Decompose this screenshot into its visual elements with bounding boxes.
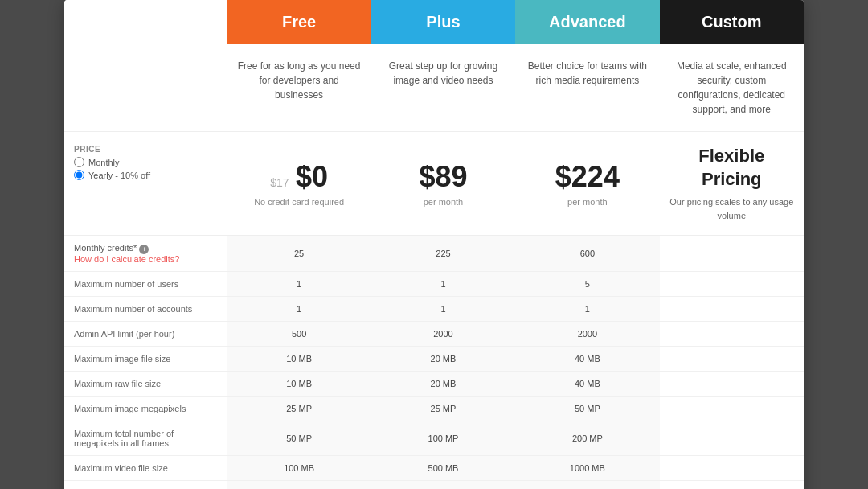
free-strike-price: $17	[270, 176, 289, 189]
row-label: Maximum video file size	[64, 456, 227, 481]
plan-custom-header: Custom	[660, 0, 804, 44]
row-plus-value: 25 MP	[371, 397, 515, 421]
row-advanced-value: 40 MB	[515, 372, 659, 397]
row-free-value: 1	[227, 272, 371, 297]
advanced-price-cell: $224 per month	[515, 132, 659, 236]
table-row: Maximum number of users115	[64, 272, 804, 297]
custom-price-cell: Flexible Pricing Our pricing scales to a…	[660, 132, 804, 236]
credits-label-text: Monthly credits*	[74, 243, 137, 253]
plan-free-header: Free	[227, 0, 371, 44]
yearly-radio[interactable]	[74, 170, 84, 180]
row-label: Monthly credits*iHow do I calculate cred…	[64, 236, 227, 272]
row-label: Maximum total number of megapixels in al…	[64, 421, 227, 456]
row-advanced-value: 2000	[515, 322, 659, 347]
table-row: Admin API limit (per hour)50020002000	[64, 322, 804, 347]
plus-plan-label: Plus	[426, 13, 460, 31]
row-advanced-value: 5	[515, 272, 659, 297]
free-price-sub: No credit card required	[236, 197, 361, 207]
free-description: Free for as long as you need for develop…	[227, 44, 371, 132]
header-label-col	[64, 0, 227, 44]
price-section-label: PRICE	[74, 145, 217, 154]
row-label: Maximum number of users	[64, 272, 227, 297]
row-advanced-value: 600	[515, 236, 659, 272]
credits-link[interactable]: How do I calculate credits?	[74, 254, 220, 264]
row-free-value: 100 MB	[227, 456, 371, 481]
row-free-value: 50 MP	[227, 421, 371, 456]
row-custom-value	[660, 397, 804, 421]
row-plus-value: 20 MB	[371, 372, 515, 397]
free-plan-label: Free	[282, 13, 316, 31]
pricing-card: Free Plus Advanced Custom Free for as lo…	[64, 0, 804, 489]
row-plus-value: 500 MB	[371, 456, 515, 481]
row-label: Maximum raw file size	[64, 372, 227, 397]
row-free-value: 10 MB	[227, 347, 371, 372]
custom-description: Media at scale, enhanced security, custo…	[660, 44, 804, 132]
custom-price-sub: Our pricing scales to any usage volume	[669, 195, 794, 222]
row-advanced-value: 1	[515, 297, 659, 322]
table-row: Maximum online video manipulation size40…	[64, 481, 804, 489]
row-label: Maximum online video manipulation size	[64, 481, 227, 489]
row-custom-value	[660, 421, 804, 456]
advanced-plan-label: Advanced	[549, 13, 626, 31]
row-custom-value	[660, 481, 804, 489]
row-custom-value	[660, 297, 804, 322]
free-main-price: $0	[296, 160, 328, 193]
row-advanced-value: 50 MP	[515, 397, 659, 421]
monthly-label: Monthly	[88, 158, 120, 167]
row-label: Maximum number of accounts	[64, 297, 227, 322]
row-custom-value	[660, 372, 804, 397]
plus-main-price: $89	[381, 160, 506, 194]
plus-price-sub: per month	[381, 197, 506, 207]
advanced-description: Better choice for teams with rich media …	[515, 44, 659, 132]
row-advanced-value: 100 MB	[515, 481, 659, 489]
free-price-display: $17 $0	[236, 160, 361, 194]
info-icon[interactable]: i	[139, 244, 149, 254]
row-label: Admin API limit (per hour)	[64, 322, 227, 347]
plan-plus-header: Plus	[371, 0, 515, 44]
plan-advanced-header: Advanced	[515, 0, 659, 44]
row-free-value: 40 MB	[227, 481, 371, 489]
row-plus-value: 20 MB	[371, 347, 515, 372]
table-row: Maximum raw file size10 MB20 MB40 MB	[64, 372, 804, 397]
row-custom-value	[660, 236, 804, 272]
row-free-value: 500	[227, 322, 371, 347]
row-advanced-value: 1000 MB	[515, 456, 659, 481]
table-row: Monthly credits*iHow do I calculate cred…	[64, 236, 804, 272]
table-row: Maximum video file size100 MB500 MB1000 …	[64, 456, 804, 481]
billing-toggle: Monthly Yearly - 10% off	[74, 157, 217, 180]
row-custom-value	[660, 322, 804, 347]
monthly-radio[interactable]	[74, 157, 84, 167]
row-custom-value	[660, 272, 804, 297]
row-custom-value	[660, 347, 804, 372]
yearly-radio-label[interactable]: Yearly - 10% off	[74, 170, 217, 180]
row-advanced-value: 40 MB	[515, 347, 659, 372]
row-free-value: 10 MB	[227, 372, 371, 397]
advanced-main-price: $224	[525, 160, 649, 194]
yearly-label: Yearly - 10% off	[88, 171, 150, 180]
table-row: Maximum number of accounts111	[64, 297, 804, 322]
row-plus-value: 2000	[371, 322, 515, 347]
row-free-value: 1	[227, 297, 371, 322]
desc-label-col	[64, 44, 227, 132]
plus-description: Great step up for growing image and vide…	[371, 44, 515, 132]
row-plus-value: 1	[371, 297, 515, 322]
flexible-pricing-label: Flexible Pricing	[669, 145, 794, 191]
table-row: Maximum image file size10 MB20 MB40 MB	[64, 347, 804, 372]
row-plus-value: 225	[371, 236, 515, 272]
row-label: Maximum image file size	[64, 347, 227, 372]
advanced-price-sub: per month	[525, 197, 649, 207]
price-section-label-col: PRICE Monthly Yearly - 10% off	[64, 132, 227, 236]
table-row: Maximum image megapixels25 MP25 MP50 MP	[64, 397, 804, 421]
free-price-cell: $17 $0 No credit card required	[227, 132, 371, 236]
table-row: Maximum total number of megapixels in al…	[64, 421, 804, 456]
row-free-value: 25 MP	[227, 397, 371, 421]
row-free-value: 25	[227, 236, 371, 272]
row-advanced-value: 200 MP	[515, 421, 659, 456]
row-plus-value: 100 MB	[371, 481, 515, 489]
row-label: Maximum image megapixels	[64, 397, 227, 421]
row-custom-value	[660, 456, 804, 481]
row-plus-value: 100 MP	[371, 421, 515, 456]
plus-price-cell: $89 per month	[371, 132, 515, 236]
custom-plan-label: Custom	[702, 13, 761, 31]
monthly-radio-label[interactable]: Monthly	[74, 157, 217, 167]
